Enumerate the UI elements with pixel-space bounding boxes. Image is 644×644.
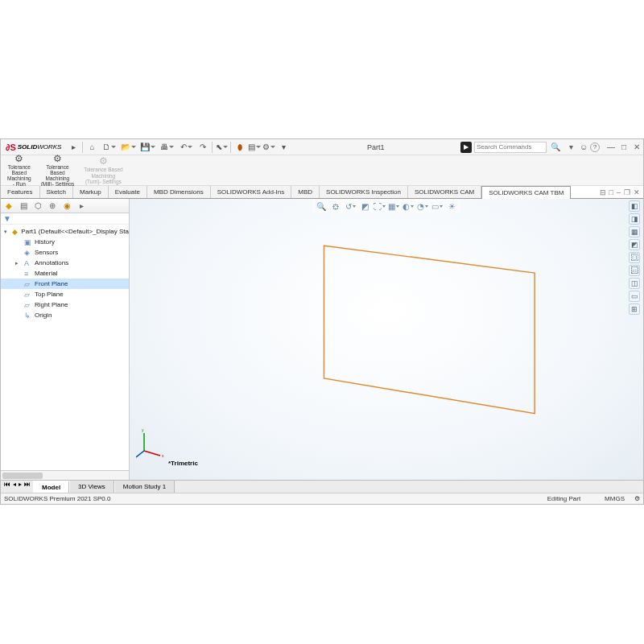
app-logo: ∂S SOLIDWORKS bbox=[1, 142, 66, 152]
expand-icon[interactable]: ▾ bbox=[276, 141, 291, 154]
cm-tab[interactable]: Features bbox=[1, 186, 40, 198]
cm-tab[interactable]: SOLIDWORKS CAM TBM bbox=[481, 186, 571, 199]
tab-prev-icon[interactable]: ◂ bbox=[13, 481, 16, 488]
close-button[interactable]: ✕ bbox=[630, 141, 643, 154]
cm-tab[interactable]: MBD bbox=[291, 186, 320, 198]
bottom-tab[interactable]: 3D Views bbox=[69, 481, 114, 493]
tree-item-icon: ↳ bbox=[24, 312, 32, 320]
feature-tree: ▾ ◆ Part1 (Default<<Default>_Display Sta… bbox=[1, 225, 129, 470]
displaymanager-icon[interactable]: ◉ bbox=[60, 200, 73, 212]
settings-gear-icon[interactable]: ⚙ bbox=[262, 141, 276, 154]
view-orientation-label: *Trimetric bbox=[168, 460, 198, 467]
cm-collapse-icon[interactable]: ⊟ bbox=[600, 188, 606, 196]
taskpane-tab-icon[interactable]: ▭ bbox=[629, 291, 640, 302]
command-ribbon: ⚙ToleranceBasedMachining- Run⚙ToleranceB… bbox=[1, 155, 643, 186]
taskpane-tab-icon[interactable]: ◩ bbox=[629, 239, 640, 250]
taskpane-tab-icon[interactable]: ◨ bbox=[629, 213, 640, 225]
gear-icon: ⚙ bbox=[14, 154, 23, 164]
cm-tab[interactable]: Sketch bbox=[40, 186, 73, 198]
doc-close-icon[interactable]: ✕ bbox=[634, 188, 640, 196]
status-mode: Editing Part bbox=[547, 495, 580, 502]
cm-right-controls: ⊟ □ – ❐ ✕ bbox=[600, 186, 643, 198]
gear-icon: ⚙ bbox=[99, 156, 108, 167]
search-dropdown-icon[interactable]: ▾ bbox=[564, 141, 577, 154]
tree-filter-icon[interactable]: ▼ bbox=[1, 213, 129, 225]
ds-logo-icon: ∂S bbox=[6, 142, 16, 152]
task-pane-rail: ◧◨▦◩⿴⿳◫▭⊞ bbox=[629, 200, 642, 315]
cm-tab[interactable]: Markup bbox=[73, 186, 109, 198]
tree-item-icon: ◈ bbox=[24, 249, 32, 257]
bottom-tab[interactable]: Model bbox=[33, 481, 69, 493]
redo-icon[interactable]: ↷ bbox=[196, 141, 210, 154]
status-units[interactable]: MMGS bbox=[605, 495, 625, 502]
open-file-icon[interactable]: 📂 bbox=[118, 141, 138, 154]
status-bar: SOLIDWORKS Premium 2021 SP0.0 Editing Pa… bbox=[1, 493, 643, 504]
status-version: SOLIDWORKS Premium 2021 SP0.0 bbox=[4, 495, 111, 502]
tree-item[interactable]: ▱Top Plane bbox=[1, 289, 129, 299]
options-list-icon[interactable]: ▤ bbox=[247, 141, 262, 154]
taskpane-tab-icon[interactable]: ⿳ bbox=[629, 265, 640, 276]
select-cursor-icon[interactable]: ⬉ bbox=[214, 141, 229, 154]
cm-tab[interactable]: SOLIDWORKS Add-Ins bbox=[211, 186, 292, 198]
tree-scrollbar[interactable] bbox=[1, 470, 129, 480]
tree-item[interactable]: ◈Sensors bbox=[1, 247, 129, 258]
tree-item[interactable]: ▱Front Plane bbox=[1, 279, 129, 289]
cm-tab[interactable]: SOLIDWORKS CAM bbox=[408, 186, 481, 198]
featuremanager-icon[interactable]: ◆ bbox=[2, 200, 15, 212]
graphics-viewport[interactable]: 🔍 ⯐ ↺ ◩ ⛶ ▦ ◐ ◔ ▭ ☀ x y z bbox=[130, 199, 643, 480]
tree-item-icon: ▱ bbox=[24, 280, 32, 288]
feature-tree-panel: ◆ ▤ ⬡ ⊕ ◉ ▸ ▼ ▾ ◆ Part1 (Default<<Defaul… bbox=[1, 199, 130, 480]
tree-item[interactable]: ▱Right Plane bbox=[1, 299, 129, 310]
main-area: ◆ ▤ ⬡ ⊕ ◉ ▸ ▼ ▾ ◆ Part1 (Default<<Defaul… bbox=[1, 199, 643, 480]
solidworks-window: ∂S SOLIDWORKS ▸ ⌂ 🗋 📂 💾 🖶 ↶ ↷ ⬉ ⬮ ▤ ⚙ ▾ … bbox=[0, 138, 644, 505]
save-icon[interactable]: 💾 bbox=[138, 141, 157, 154]
doc-minimize-icon[interactable]: – bbox=[617, 188, 621, 196]
undo-icon[interactable]: ↶ bbox=[176, 141, 196, 154]
cam-tree-icon[interactable]: ▸ bbox=[75, 200, 88, 212]
plane-outline bbox=[130, 199, 643, 480]
tree-item-icon: ≡ bbox=[24, 270, 32, 278]
new-file-icon[interactable]: 🗋 bbox=[99, 141, 118, 154]
tab-first-icon[interactable]: ⏮ bbox=[4, 481, 10, 488]
maximize-button[interactable]: □ bbox=[617, 141, 630, 154]
tree-item-icon: A bbox=[24, 259, 32, 267]
dimxpert-icon[interactable]: ⊕ bbox=[46, 200, 59, 212]
taskpane-tab-icon[interactable]: ◧ bbox=[629, 200, 640, 212]
status-menu-icon[interactable]: ⚙ bbox=[634, 495, 640, 502]
bottom-tab[interactable]: Motion Study 1 bbox=[114, 481, 175, 493]
search-category-icon[interactable]: ▶ bbox=[460, 142, 472, 153]
taskpane-tab-icon[interactable]: ⊞ bbox=[629, 303, 640, 315]
cm-popout-icon[interactable]: □ bbox=[609, 188, 613, 196]
tree-item-icon: ▣ bbox=[24, 238, 32, 246]
ribbon-button[interactable]: ⚙ToleranceBasedMachining(Mill)- Settings bbox=[38, 157, 78, 184]
propertymanager-icon[interactable]: ▤ bbox=[17, 200, 30, 212]
cm-tab[interactable]: SOLIDWORKS Inspection bbox=[320, 186, 408, 198]
tree-item[interactable]: ≡Material bbox=[1, 268, 129, 279]
help-icon[interactable]: ? bbox=[590, 142, 600, 152]
doc-restore-icon[interactable]: ❐ bbox=[624, 188, 630, 196]
tree-item-icon: ▱ bbox=[24, 291, 32, 299]
rebuild-icon[interactable]: ⬮ bbox=[233, 141, 247, 154]
menu-dropdown-icon[interactable]: ▸ bbox=[66, 141, 80, 154]
tree-item[interactable]: ▣History bbox=[1, 237, 129, 247]
search-icon[interactable]: 🔍 bbox=[549, 141, 562, 154]
cm-tab[interactable]: Evaluate bbox=[109, 186, 147, 198]
tree-item[interactable]: ↳Origin bbox=[1, 310, 129, 320]
taskpane-tab-icon[interactable]: ▦ bbox=[629, 226, 640, 237]
configmanager-icon[interactable]: ⬡ bbox=[31, 200, 44, 212]
home-icon[interactable]: ⌂ bbox=[85, 141, 99, 154]
ribbon-button: ⚙Tolerance BasedMachining(Turn)- Setting… bbox=[80, 157, 126, 184]
taskpane-tab-icon[interactable]: ◫ bbox=[629, 278, 640, 289]
tab-next-icon[interactable]: ▸ bbox=[19, 481, 22, 488]
search-input[interactable] bbox=[474, 142, 547, 153]
tree-toolbar: ◆ ▤ ⬡ ⊕ ◉ ▸ bbox=[1, 199, 129, 213]
print-icon[interactable]: 🖶 bbox=[157, 141, 176, 154]
taskpane-tab-icon[interactable]: ⿴ bbox=[629, 252, 640, 263]
user-icon[interactable]: ☺ bbox=[577, 141, 590, 154]
tree-root[interactable]: ▾ ◆ Part1 (Default<<Default>_Display Sta bbox=[1, 226, 129, 237]
minimize-button[interactable]: — bbox=[605, 141, 617, 154]
tree-item[interactable]: ▸AAnnotations bbox=[1, 258, 129, 268]
tab-last-icon[interactable]: ⏭ bbox=[24, 481, 31, 488]
ribbon-button[interactable]: ⚙ToleranceBasedMachining- Run bbox=[4, 157, 35, 184]
cm-tab[interactable]: MBD Dimensions bbox=[147, 186, 211, 198]
